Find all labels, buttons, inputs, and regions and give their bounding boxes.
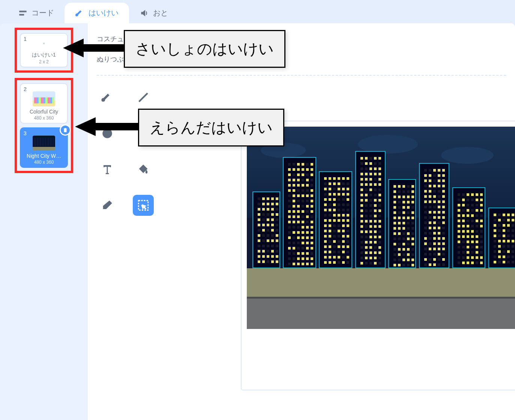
svg-marker-7 <box>75 117 141 136</box>
tab-sounds[interactable]: おと <box>129 3 179 23</box>
eraser-icon <box>101 199 114 212</box>
svg-rect-0 <box>19 10 27 12</box>
thumb-preview <box>33 91 55 106</box>
select-icon <box>137 199 150 212</box>
sound-icon <box>140 8 149 18</box>
svg-line-2 <box>139 93 148 102</box>
canvas[interactable] <box>247 127 515 329</box>
thumb-label: Night City W… <box>23 153 65 159</box>
brush-icon <box>101 91 114 104</box>
thumb-preview <box>33 136 55 151</box>
thumb-num: 3 <box>24 130 27 136</box>
backdrop-thumb-1[interactable]: 1 はいけい1 2 x 2 <box>20 33 68 67</box>
thumb-size: 480 x 360 <box>23 160 65 165</box>
paint-editor: コスチュー ぬりつぶし <box>88 23 515 420</box>
brush-icon <box>75 8 85 18</box>
annotation-first: さいしょのはいけい <box>124 30 285 68</box>
delete-backdrop-button[interactable] <box>60 124 71 136</box>
tabs: コード はいけい おと <box>0 0 515 23</box>
backdrop-thumb-2[interactable]: 2 Colorful City 480 x 360 <box>20 83 68 124</box>
main: 1 はいけい1 2 x 2 2 Colorful City 480 x 360 … <box>0 23 515 420</box>
thumb-label: はいけい1 <box>23 52 65 58</box>
tab-backdrops[interactable]: はいけい <box>65 3 129 23</box>
eraser-tool[interactable] <box>97 195 118 216</box>
thumb-size: 480 x 360 <box>23 115 65 121</box>
svg-rect-1 <box>19 14 24 15</box>
divider <box>97 75 506 76</box>
annotation-chosen: えらんだはいけい <box>138 109 284 146</box>
text-tool[interactable] <box>97 159 118 180</box>
tab-code[interactable]: コード <box>8 3 65 23</box>
annotation-first-text: さいしょのはいけい <box>135 40 274 57</box>
line-icon <box>137 91 150 104</box>
bucket-icon <box>137 163 150 176</box>
thumb-label: Colorful City <box>23 109 65 115</box>
thumb-num: 2 <box>24 86 27 92</box>
select-tool[interactable] <box>133 195 154 216</box>
highlight-chosen: 2 Colorful City 480 x 360 3 Night City W… <box>15 78 73 173</box>
code-icon <box>18 8 28 18</box>
thumb-num: 1 <box>24 36 27 42</box>
tab-backdrops-label: はいけい <box>89 8 119 18</box>
thumb-preview <box>43 43 45 44</box>
thumb-size: 2 x 2 <box>23 59 65 64</box>
tab-sounds-label: おと <box>153 8 168 18</box>
canvas-container <box>241 121 515 390</box>
arrow-chosen <box>75 115 141 138</box>
svg-marker-6 <box>63 39 127 57</box>
fill-tool[interactable] <box>133 159 154 180</box>
text-icon <box>101 163 114 176</box>
tab-code-label: コード <box>32 8 54 18</box>
trash-icon <box>63 127 68 133</box>
backdrop-thumb-3[interactable]: 3 Night City W… 480 x 360 <box>20 127 68 168</box>
brush-tool[interactable] <box>97 87 118 108</box>
line-tool[interactable] <box>133 87 154 108</box>
backdrop-sidebar: 1 はいけい1 2 x 2 2 Colorful City 480 x 360 … <box>0 23 88 420</box>
arrow-first <box>63 37 127 59</box>
annotation-chosen-text: えらんだはいけい <box>150 119 273 136</box>
